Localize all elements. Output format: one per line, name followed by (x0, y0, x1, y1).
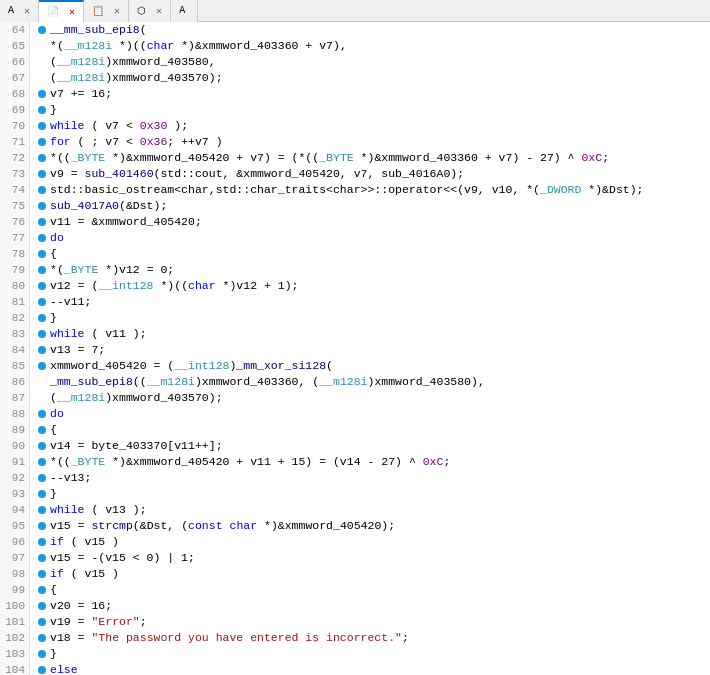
line-number: 83 (4, 326, 25, 342)
code-text: (__m128i)xmmword_403570); (50, 390, 223, 406)
code-line: v9 = sub_401460(std::cout, &xmmword_4054… (38, 166, 702, 182)
breakpoint-dot (38, 138, 46, 146)
line-number: 74 (4, 182, 25, 198)
line-number: 77 (4, 230, 25, 246)
code-text: for ( ; v7 < 0x36; ++v7 ) (50, 134, 223, 150)
code-text: __mm_sub_epi8( (50, 22, 147, 38)
code-line: v11 = &xmmword_405420; (38, 214, 702, 230)
code-text: *(_BYTE *)v12 = 0; (50, 262, 174, 278)
code-line: } (38, 646, 702, 662)
code-text: v13 = 7; (50, 342, 105, 358)
breakpoint-dot (38, 538, 46, 546)
tab-close-ida[interactable]: ✕ (24, 5, 30, 17)
code-line: while ( v7 < 0x30 ); (38, 118, 702, 134)
breakpoint-dot (38, 266, 46, 274)
line-number: 70 (4, 118, 25, 134)
breakpoint-dot (38, 506, 46, 514)
code-text: --v13; (50, 470, 91, 486)
line-number: 78 (4, 246, 25, 262)
code-text: *(__m128i *)((char *)&xmmword_403360 + v… (50, 38, 347, 54)
code-line: v20 = 16; (38, 598, 702, 614)
strings-icon: 📋 (92, 5, 104, 17)
breakpoint-dot (38, 122, 46, 130)
ida-icon: A (8, 5, 14, 16)
code-line: } (38, 102, 702, 118)
breakpoint-dot (38, 458, 46, 466)
breakpoint-dot (38, 170, 46, 178)
code-text: } (50, 486, 57, 502)
code-line: *(__m128i *)((char *)&xmmword_403360 + v… (38, 38, 702, 54)
code-text: (__m128i)xmmword_403570); (50, 70, 223, 86)
breakpoint-dot (38, 634, 46, 642)
line-number: 85 (4, 358, 25, 374)
line-number: 95 (4, 518, 25, 534)
code-line: v13 = 7; (38, 342, 702, 358)
code-text: { (50, 246, 57, 262)
code-line: --v13; (38, 470, 702, 486)
line-number: 104 (4, 662, 25, 675)
code-text: while ( v11 ); (50, 326, 147, 342)
code-line: v15 = strcmp(&Dst, (const char *)&xmmwor… (38, 518, 702, 534)
line-number: 103 (4, 646, 25, 662)
code-text: --v11; (50, 294, 91, 310)
tab-ida-view-a[interactable]: A ✕ (0, 0, 39, 22)
line-number: 84 (4, 342, 25, 358)
breakpoint-dot (38, 282, 46, 290)
breakpoint-dot (38, 522, 46, 530)
breakpoint-dot (38, 666, 46, 674)
code-text: xmmword_405420 = (__int128)_mm_xor_si128… (50, 358, 333, 374)
code-line: (__m128i)xmmword_403570); (38, 390, 702, 406)
tab-close-strings[interactable]: ✕ (114, 5, 120, 17)
line-number: 68 (4, 86, 25, 102)
breakpoint-dot (38, 570, 46, 578)
tab-structures[interactable]: A (171, 0, 198, 22)
line-number: 100 (4, 598, 25, 614)
code-line: *((_BYTE *)&xmmword_405420 + v11 + 15) =… (38, 454, 702, 470)
line-number: 71 (4, 134, 25, 150)
breakpoint-dot (38, 426, 46, 434)
line-number: 96 (4, 534, 25, 550)
breakpoint-dot (38, 410, 46, 418)
line-number: 66 (4, 54, 25, 70)
breakpoint-dot (38, 650, 46, 658)
line-number: 97 (4, 550, 25, 566)
tab-close-hex[interactable]: ✕ (156, 5, 162, 17)
code-line: v19 = "Error"; (38, 614, 702, 630)
tab-strings-window[interactable]: 📋 ✕ (84, 0, 129, 22)
code-text: while ( v7 < 0x30 ); (50, 118, 188, 134)
line-number: 91 (4, 454, 25, 470)
line-number: 75 (4, 198, 25, 214)
breakpoint-dot (38, 554, 46, 562)
breakpoint-dot (38, 90, 46, 98)
tab-bar: A ✕ 📄 ✕ 📋 ✕ ⬡ ✕ A (0, 0, 710, 22)
code-line: sub_4017A0(&Dst); (38, 198, 702, 214)
line-number: 72 (4, 150, 25, 166)
code-text: *((_BYTE *)&xmmword_405420 + v7) = (*((_… (50, 150, 609, 166)
breakpoint-dot (38, 218, 46, 226)
line-number: 81 (4, 294, 25, 310)
code-area[interactable]: __mm_sub_epi8( *(__m128i *)((char *)&xmm… (30, 22, 710, 675)
code-line: } (38, 486, 702, 502)
code-line: do (38, 406, 702, 422)
tab-hex-view-1[interactable]: ⬡ ✕ (129, 0, 171, 22)
line-number: 65 (4, 38, 25, 54)
code-line: while ( v13 ); (38, 502, 702, 518)
code-text: v20 = 16; (50, 598, 112, 614)
line-number: 64 (4, 22, 25, 38)
line-number: 82 (4, 310, 25, 326)
breakpoint-dot (38, 202, 46, 210)
tab-pseudocode-a[interactable]: 📄 ✕ (39, 0, 84, 22)
tab-close-pseudo[interactable]: ✕ (69, 6, 75, 18)
code-line: v18 = "The password you have entered is … (38, 630, 702, 646)
line-numbers: 6465666768697071727374757677787980818283… (0, 22, 30, 675)
code-line: { (38, 582, 702, 598)
breakpoint-dot (38, 442, 46, 450)
breakpoint-dot (38, 618, 46, 626)
breakpoint-dot (38, 346, 46, 354)
code-line: _mm_sub_epi8((__m128i)xmmword_403360, (_… (38, 374, 702, 390)
code-text: if ( v15 ) (50, 566, 119, 582)
dot-empty (38, 74, 46, 82)
breakpoint-dot (38, 298, 46, 306)
code-text: if ( v15 ) (50, 534, 119, 550)
line-number: 69 (4, 102, 25, 118)
